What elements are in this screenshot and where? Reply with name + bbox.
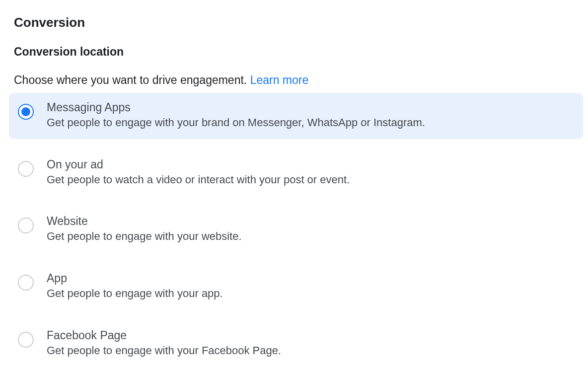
option-desc: Get people to engage with your app. [47,286,572,301]
option-title: Website [47,215,572,228]
option-text: Facebook Page Get people to engage with … [47,329,572,358]
section-title: Conversion [14,15,583,30]
radio-dot-icon [21,107,30,116]
radio-button[interactable] [18,104,34,120]
subsection-title: Conversion location [14,45,583,59]
radio-button[interactable] [18,332,34,348]
option-text: On your ad Get people to watch a video o… [47,158,572,187]
option-text: Messaging Apps Get people to engage with… [47,101,572,130]
description-content: Choose where you want to drive engagemen… [14,74,250,86]
option-text: App Get people to engage with your app. [47,272,572,301]
option-text: Website Get people to engage with your w… [47,215,572,244]
option-on-your-ad[interactable]: On your ad Get people to watch a video o… [9,150,583,196]
description-text: Choose where you want to drive engagemen… [14,74,583,87]
option-title: Messaging Apps [47,101,572,114]
radio-button[interactable] [18,275,34,291]
option-title: App [47,272,572,285]
option-messaging-apps[interactable]: Messaging Apps Get people to engage with… [9,93,583,139]
option-title: Facebook Page [47,329,572,342]
option-title: On your ad [47,158,572,171]
conversion-location-options: Messaging Apps Get people to engage with… [9,93,583,367]
option-desc: Get people to engage with your brand on … [47,115,572,130]
option-website[interactable]: Website Get people to engage with your w… [9,207,583,253]
option-desc: Get people to engage with your Facebook … [47,343,572,358]
option-desc: Get people to engage with your website. [47,229,572,244]
radio-button[interactable] [18,161,34,177]
option-app[interactable]: App Get people to engage with your app. [9,264,583,310]
option-facebook-page[interactable]: Facebook Page Get people to engage with … [9,321,583,367]
radio-button[interactable] [18,218,34,233]
learn-more-link[interactable]: Learn more [250,74,309,86]
option-desc: Get people to watch a video or interact … [47,172,572,187]
